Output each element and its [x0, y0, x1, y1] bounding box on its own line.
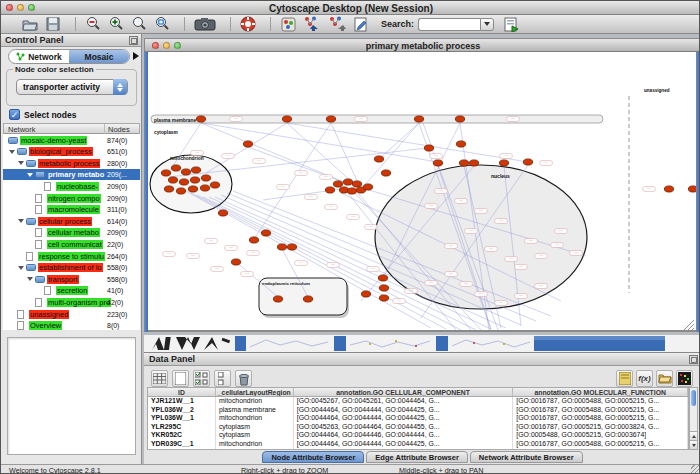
zoom-out-icon[interactable]: [84, 16, 102, 33]
search-input[interactable]: [418, 18, 480, 31]
table-cell[interactable]: mitochondrion: [216, 397, 294, 406]
tree-item-label[interactable]: cellular process: [38, 217, 92, 226]
table-cell[interactable]: YPL036W__2: [148, 406, 216, 415]
network-node[interactable]: [688, 186, 696, 192]
table-row[interactable]: YKR052Ccytoplasm[GO:0044464, GO:0044446,…: [148, 431, 688, 440]
tree-row[interactable]: response to stimulu264(0): [3, 250, 140, 262]
table-cell[interactable]: [GO:0044464, GO:0044444, GO:0044425, G..…: [294, 414, 514, 423]
select-attributes-icon[interactable]: [193, 370, 210, 387]
annotation-panel-icon[interactable]: [616, 370, 633, 387]
table-row[interactable]: YDR039C__1mitochondrion[GO:0044464, GO:0…: [148, 440, 688, 449]
select-nodes-checkbox[interactable]: ✓: [9, 109, 20, 120]
table-cell[interactable]: YLR295C: [148, 423, 216, 432]
network-node[interactable]: [273, 296, 282, 302]
table-cell[interactable]: [GO:0045263, GO:0044464, GO:0044455, G..…: [294, 423, 514, 432]
search-dropdown-button[interactable]: [480, 18, 494, 31]
network-node[interactable]: [414, 116, 423, 122]
network-node[interactable]: [181, 169, 190, 175]
network-node[interactable]: [243, 141, 252, 147]
tab-network-attribute-browser[interactable]: Network Attribute Browser: [470, 451, 583, 463]
table-cell[interactable]: YKR052C: [148, 431, 216, 440]
disclosure-triangle-icon[interactable]: [27, 173, 33, 177]
import-network-icon[interactable]: [302, 16, 322, 33]
table-cell[interactable]: [GO:0016787, GO:0005488, GO:0005215, G..…: [513, 440, 688, 449]
network-node[interactable]: [326, 116, 335, 122]
network-node[interactable]: [455, 116, 464, 122]
tab-node-attribute-browser[interactable]: Node Attribute Browser: [262, 451, 364, 463]
table-column-header[interactable]: annotation.GO MOLECULAR_FUNCTION: [513, 388, 688, 396]
table-cell[interactable]: cytoplasm: [216, 423, 294, 432]
tree-item-label[interactable]: cellular metabo: [47, 228, 100, 237]
tree-row[interactable]: macromolecule311(0): [3, 204, 140, 216]
network-node[interactable]: [379, 285, 388, 291]
network-node[interactable]: [171, 165, 180, 171]
table-cell[interactable]: cytoplasm: [216, 431, 294, 440]
table-cell[interactable]: [GO:0016787, GO:0005488, GO:0005215, G..…: [513, 397, 688, 406]
scroll-up-button[interactable]: [690, 431, 697, 440]
network-node[interactable]: [164, 186, 173, 192]
network-node[interactable]: [459, 160, 468, 166]
table-cell[interactable]: YJR121W__1: [148, 397, 216, 406]
zoom-in-icon[interactable]: [107, 16, 125, 33]
table-cell[interactable]: [GO:0005488, GO:0005215, GO:0003674]: [513, 431, 688, 440]
network-node[interactable]: [352, 181, 361, 187]
disclosure-triangle-icon[interactable]: [27, 277, 33, 281]
save-session-icon[interactable]: [44, 16, 62, 33]
tree-item-label[interactable]: cell communicat: [47, 240, 103, 249]
tree-row[interactable]: transport558(0): [3, 273, 140, 285]
network-node[interactable]: [325, 187, 334, 193]
tree-item-label[interactable]: nitrogen compo: [47, 194, 101, 203]
network-node[interactable]: [168, 177, 177, 183]
network-node[interactable]: [347, 188, 356, 194]
tree-item-label[interactable]: biological_process: [29, 147, 93, 156]
tree-item-label[interactable]: unassigned: [29, 310, 69, 319]
network-node[interactable]: [249, 237, 258, 243]
tree-row[interactable]: nucleobase-209(0): [3, 180, 140, 192]
tabs-overflow-arrow[interactable]: [133, 52, 139, 60]
export-network-icon[interactable]: [327, 16, 347, 33]
table-cell[interactable]: [GO:0045267, GO:0045261, GO:0044464, G..…: [294, 397, 514, 406]
vizmapper-icon[interactable]: [279, 16, 297, 33]
table-cell[interactable]: mitochondrion: [216, 414, 294, 423]
tree-row[interactable]: cellular metabo209(0): [3, 227, 140, 239]
table-row[interactable]: YPL036W__1mitochondrion[GO:0044464, GO:0…: [148, 414, 688, 423]
scroll-down-button[interactable]: [690, 440, 697, 449]
table-cell[interactable]: YDR039C__1: [148, 440, 216, 449]
table-cell[interactable]: [GO:0044464, GO:0044446, GO:0044444, G..…: [294, 431, 514, 440]
network-node[interactable]: [433, 160, 442, 166]
network-node[interactable]: [381, 170, 390, 176]
network-node[interactable]: [664, 186, 673, 192]
table-cell[interactable]: [GO:0044464, GO:0044444, GO:0044425, G..…: [294, 440, 514, 449]
network-node[interactable]: [456, 141, 465, 147]
tree-row[interactable]: metabolic process280(0): [3, 157, 140, 169]
dropdown-stepper-icon[interactable]: [113, 79, 127, 95]
tree-item-label[interactable]: response to stimulu: [38, 252, 105, 261]
resize-grip[interactable]: [691, 465, 700, 474]
help-icon[interactable]: [239, 16, 257, 33]
delete-attribute-icon[interactable]: [235, 370, 252, 387]
network-node[interactable]: [363, 184, 372, 190]
disclosure-triangle-icon[interactable]: [9, 150, 15, 154]
tree-item-label[interactable]: nucleobase-: [56, 182, 99, 191]
tree-row[interactable]: mosaic-demo-yeast874(0): [3, 134, 140, 146]
network-node[interactable]: [277, 244, 286, 250]
disclosure-triangle-icon[interactable]: [18, 219, 24, 223]
tree-row[interactable]: cellular process614(0): [3, 215, 140, 227]
node-color-dropdown[interactable]: transporter activity: [16, 79, 128, 95]
tree-item-label[interactable]: secretion: [56, 286, 88, 295]
network-node[interactable]: [210, 182, 219, 188]
disclosure-triangle-icon[interactable]: [18, 161, 24, 165]
zoom-fit-icon[interactable]: [153, 16, 171, 33]
network-node[interactable]: [261, 230, 270, 236]
tree-item-label[interactable]: multi-organism pro: [47, 298, 111, 307]
unselect-attributes-icon[interactable]: [214, 370, 231, 387]
network-node[interactable]: [378, 275, 387, 281]
network-node[interactable]: [374, 156, 383, 162]
tree-item-label[interactable]: metabolic process: [38, 159, 100, 168]
birdseye-navigator[interactable]: [7, 337, 136, 455]
table-row[interactable]: YJR121W__1mitochondrion[GO:0045267, GO:0…: [148, 397, 688, 406]
network-node[interactable]: [218, 210, 227, 216]
network-node[interactable]: [379, 295, 388, 301]
network-node[interactable]: [343, 179, 352, 185]
network-node[interactable]: [523, 159, 532, 165]
